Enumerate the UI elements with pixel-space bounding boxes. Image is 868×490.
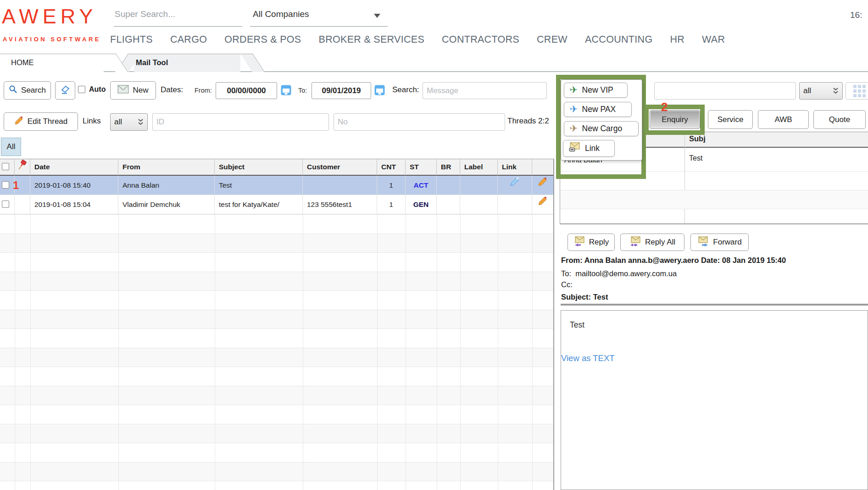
search-button[interactable]: Search: [4, 81, 51, 100]
message-search-input[interactable]: [423, 82, 547, 99]
mail-row-0-cell-3[interactable]: Anna Balan: [118, 176, 215, 195]
company-selector[interactable]: All Companies: [253, 9, 309, 19]
clear-filters-button[interactable]: [55, 81, 75, 100]
tab-mailtool-edge-right: [240, 54, 265, 72]
date-to-input[interactable]: [312, 82, 371, 99]
links-label: Links: [83, 117, 101, 126]
menu-item-new-pax[interactable]: ✈New PAX: [564, 102, 632, 117]
column-header-st[interactable]: ST: [406, 159, 437, 176]
nav-item-contractors[interactable]: CONTRACTORS: [442, 34, 519, 45]
action-button-awb[interactable]: AWB: [758, 110, 809, 129]
reply-all-icon: [629, 236, 641, 249]
clock: 16:: [850, 10, 862, 20]
mail-row-0-cell-7[interactable]: ACT: [406, 176, 437, 195]
column-header-cnt[interactable]: CNT: [377, 159, 406, 176]
menu-item-new-cargo[interactable]: ✈New Cargo: [564, 121, 639, 136]
nav-item-war[interactable]: WAR: [702, 34, 725, 45]
forward-button[interactable]: Forward: [690, 234, 749, 251]
grid-view-button[interactable]: [846, 82, 868, 100]
tabbar-divider: [0, 71, 868, 72]
mail-row-0-cell-11[interactable]: [532, 176, 554, 195]
column-header-date[interactable]: Date: [30, 159, 118, 176]
nav-item-orders-pos[interactable]: ORDERS & POS: [224, 34, 301, 45]
pencil-icon: [14, 116, 24, 128]
plane-brown-icon: ✈: [570, 124, 578, 134]
mail-row-1-cell-9[interactable]: [460, 195, 498, 214]
menu-item-link[interactable]: Link: [563, 140, 615, 157]
mail-row-1-cell-6[interactable]: 1: [377, 195, 406, 214]
auto-label: Auto: [89, 85, 106, 94]
tab-mailtool-label[interactable]: Mail Tool: [136, 58, 168, 67]
column-header-subject[interactable]: Subject: [215, 159, 303, 176]
date-from-input[interactable]: [216, 82, 277, 99]
mail-row-0-cell-5[interactable]: [303, 176, 377, 195]
annotation-marker-1: 1: [13, 179, 19, 192]
menu-item-new-vip[interactable]: ✈New VIP: [564, 83, 628, 98]
thread-row-subject[interactable]: Test: [689, 154, 702, 162]
nav-item-broker-services[interactable]: BROKER & SERVICES: [319, 34, 425, 45]
filter-tab-all[interactable]: All: [1, 138, 21, 156]
mail-row-0-cell-10[interactable]: [498, 176, 532, 195]
column-header-label[interactable]: Label: [460, 159, 498, 176]
column-header-customer[interactable]: Customer: [303, 159, 377, 176]
nav-item-flights[interactable]: FLIGHTS: [110, 34, 153, 45]
mail-row-1-cell-0[interactable]: [0, 195, 15, 214]
mail-row-0-cell-4[interactable]: Test: [215, 176, 303, 195]
nav-item-cargo[interactable]: CARGO: [170, 34, 207, 45]
thread-filter-select[interactable]: all: [799, 82, 843, 100]
mail-row-1-cell-11[interactable]: [532, 195, 554, 214]
row-checkbox[interactable]: [2, 200, 9, 208]
nav-item-hr[interactable]: HR: [670, 34, 684, 45]
column-header-from[interactable]: From: [118, 159, 215, 176]
edit-thread-button[interactable]: Edit Thread: [4, 112, 78, 131]
mail-row-0-cell-6[interactable]: 1: [377, 176, 406, 195]
mail-row-1-cell-8[interactable]: [437, 195, 460, 214]
column-header-pin[interactable]: [15, 159, 30, 176]
tab-home-label[interactable]: HOME: [11, 58, 34, 67]
mail-row-0-cell-8[interactable]: [437, 176, 460, 195]
reply-all-button[interactable]: Reply All: [620, 234, 684, 251]
thread-empty-row: [560, 190, 868, 209]
mail-row-1-cell-5[interactable]: 123 5556test1: [303, 195, 377, 214]
super-search-input[interactable]: Super Search...: [115, 9, 175, 19]
links-filter-select[interactable]: all: [110, 113, 148, 131]
mail-row-1-cell-2[interactable]: 2019-01-08 15:04: [30, 195, 118, 214]
mail-row-1-cell-10[interactable]: [498, 195, 532, 214]
mail-tool-screen: AWERY AVIATION SOFTWARE Super Search... …: [0, 0, 868, 490]
view-as-text-link[interactable]: View as TEXT: [561, 353, 615, 363]
envelope-icon: [117, 85, 129, 96]
row-checkbox[interactable]: [2, 181, 9, 189]
message-body-panel: [561, 310, 868, 490]
nav-item-crew[interactable]: CREW: [537, 34, 568, 45]
awery-logo-subtitle: AVIATION SOFTWARE: [3, 36, 101, 43]
mail-row-0-cell-2[interactable]: 2019-01-08 15:40: [30, 176, 118, 195]
mail-row-1-cell-3[interactable]: Vladimir Demchuk: [118, 195, 215, 214]
dates-label: Dates:: [161, 85, 183, 95]
calendar-icon[interactable]: [280, 84, 292, 98]
column-header-extra[interactable]: [532, 159, 554, 176]
new-mail-button[interactable]: New: [110, 81, 156, 100]
plane-blue-icon: ✈: [570, 105, 578, 114]
action-button-quote[interactable]: Quote: [813, 110, 866, 129]
mail-row-1-cell-4[interactable]: test for Katya/Kate/: [215, 195, 303, 214]
mail-row-1-cell-1[interactable]: [15, 195, 30, 214]
orange-pencil-icon: [538, 200, 548, 207]
thread-table-divider: [684, 132, 685, 224]
thread-subj-header: Subj: [689, 134, 706, 143]
mail-row-0-cell-9[interactable]: [460, 176, 498, 195]
nav-item-accounting[interactable]: ACCOUNTING: [585, 34, 653, 45]
awery-logo: AWERY: [2, 5, 97, 28]
mail-row-1-cell-7[interactable]: GEN: [406, 195, 437, 214]
calendar-icon[interactable]: [374, 84, 385, 98]
column-header-select[interactable]: [0, 159, 15, 176]
column-header-link[interactable]: Link: [498, 159, 532, 176]
select-all-checkbox[interactable]: [2, 163, 9, 170]
auto-checkbox[interactable]: [78, 86, 85, 93]
thread-filter-input[interactable]: [654, 82, 796, 100]
action-button-enquiry-highlight[interactable]: Enquiry: [650, 110, 700, 129]
id-filter-input[interactable]: [152, 113, 329, 131]
no-filter-input[interactable]: [334, 113, 505, 131]
column-header-br[interactable]: BR: [437, 159, 460, 176]
action-button-service[interactable]: Service: [708, 110, 753, 129]
reply-button[interactable]: Reply: [568, 234, 615, 251]
